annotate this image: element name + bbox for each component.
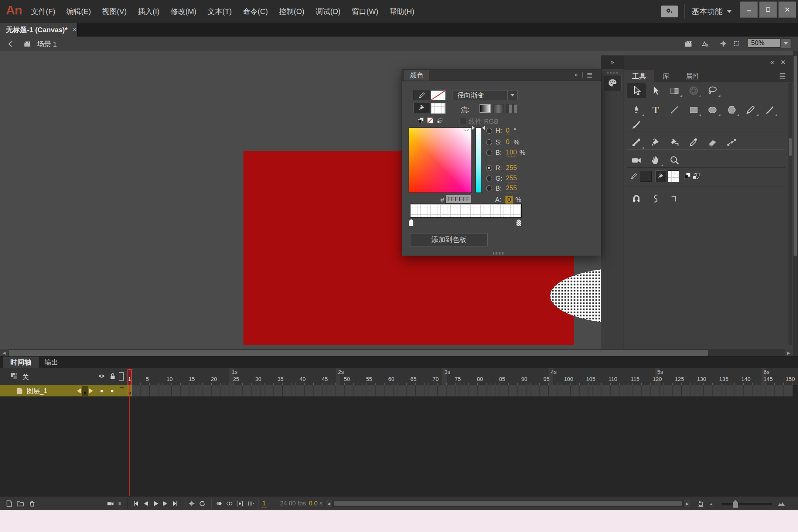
panel-menu-icon[interactable] [778, 72, 787, 79]
color-panel-tab[interactable]: 颜色 [404, 70, 429, 81]
panel-close-icon[interactable]: ✕ [780, 58, 786, 66]
layer-row[interactable]: 图层_1 [0, 385, 798, 396]
center-frame-icon[interactable] [719, 39, 728, 48]
tab-时间轴[interactable]: 时间轴 [3, 357, 39, 368]
frame-size-slider-thumb[interactable] [733, 500, 738, 508]
line-tool[interactable] [665, 102, 684, 117]
panel-collapse-icon[interactable]: » [574, 71, 578, 78]
zoom-level-select[interactable]: 50% [748, 38, 780, 48]
stroke-color-swatch[interactable] [640, 171, 652, 182]
delete-layer-icon[interactable] [28, 499, 36, 508]
loop-icon[interactable] [198, 499, 206, 508]
bone-tool[interactable] [627, 134, 646, 150]
layer-depth-icon[interactable] [117, 499, 123, 508]
modify-markers-icon[interactable] [245, 499, 256, 508]
center-playhead-icon[interactable] [188, 499, 196, 508]
linear-rgb-checkbox[interactable] [460, 118, 466, 124]
step-back-icon[interactable] [141, 499, 150, 508]
camera-icon[interactable] [106, 499, 115, 508]
value-input[interactable]: 100 [506, 149, 517, 157]
layer-lock-dot[interactable] [111, 390, 113, 392]
timeline-scroll-left-icon[interactable]: ◀ [326, 500, 332, 507]
document-tab[interactable]: 无标题-1 (Canvas)* × [0, 23, 78, 37]
default-colors-icon[interactable] [417, 117, 425, 124]
panel-collapse-icon[interactable]: « [770, 58, 774, 66]
hue-slider[interactable] [475, 127, 482, 193]
timeline-empty-area[interactable] [0, 396, 798, 496]
slider-arrow-left-icon[interactable] [472, 126, 475, 130]
zoom-tool[interactable] [665, 152, 684, 168]
camera-tool[interactable] [627, 152, 646, 168]
menu-item-8[interactable]: 控制(O) [279, 7, 304, 17]
parenting-view-icon[interactable] [10, 372, 18, 381]
menu-item-11[interactable]: 帮助(H) [389, 7, 415, 17]
menu-item-1[interactable]: 文件(F) [31, 7, 55, 17]
swap-colors-icon[interactable] [436, 117, 444, 124]
dock-collapse-arrows[interactable]: » [601, 55, 624, 69]
default-colors-icon[interactable] [683, 172, 692, 180]
no-color-icon[interactable] [426, 117, 434, 124]
radio-icon[interactable] [486, 185, 492, 191]
alpha-input[interactable]: 0 [505, 196, 513, 204]
snap-magnet-tool[interactable] [627, 191, 646, 206]
layer-frames[interactable] [127, 385, 793, 397]
slider-arrow-right-icon[interactable] [482, 126, 485, 130]
zoom-out-frames-icon[interactable] [709, 499, 715, 508]
frame-size-slider[interactable] [721, 503, 772, 505]
rectangle-tool[interactable] [684, 102, 703, 117]
workspace-dropdown[interactable]: 基本功能 [692, 6, 732, 17]
menu-item-3[interactable]: 视图(V) [102, 7, 127, 17]
layer-visibility-dot[interactable] [100, 390, 103, 392]
swap-colors-icon[interactable] [692, 172, 700, 180]
eraser-tool[interactable] [703, 134, 722, 150]
rotation-3d-tool[interactable] [684, 83, 703, 98]
pencil-tool[interactable] [741, 102, 760, 117]
color-picker-selector[interactable] [464, 126, 469, 131]
menu-item-6[interactable]: 文本(T) [208, 7, 232, 17]
show-hide-eye-icon[interactable] [97, 372, 106, 380]
prev-keyframe-icon[interactable] [77, 388, 81, 393]
current-frame-field[interactable]: 1 [261, 500, 267, 508]
eyedropper-tool[interactable] [684, 134, 703, 150]
menu-item-5[interactable]: 修改(M) [171, 7, 197, 17]
stroke-color-swatch[interactable] [431, 91, 446, 100]
close-button[interactable] [778, 1, 796, 18]
elapsed-time-field[interactable]: 0.0 s [309, 500, 323, 507]
add-to-swatches-button[interactable]: 添加到色板 [410, 233, 488, 246]
step-forward-icon[interactable] [161, 499, 170, 508]
next-keyframe-icon[interactable] [89, 388, 93, 393]
color-panel-titlebar[interactable]: 颜色 » [402, 69, 601, 81]
edit-multiple-frames-icon[interactable] [236, 499, 244, 508]
outline-view-icon[interactable] [119, 372, 124, 381]
go-last-frame-icon[interactable] [171, 499, 180, 508]
horizontal-scrollbar[interactable]: ◀ ▶ [0, 349, 793, 357]
frame-rate-field[interactable]: 24.00 fps [280, 500, 306, 507]
value-input[interactable]: 0 [506, 127, 511, 135]
radio-icon[interactable] [486, 175, 492, 181]
onion-skin-icon[interactable] [215, 499, 223, 508]
edit-scene-icon[interactable] [683, 39, 693, 49]
timeline-scroll-right-icon[interactable]: ▶ [684, 500, 690, 507]
vertical-scrollbar-thumb[interactable] [794, 56, 797, 256]
menu-item-7[interactable]: 命令(C) [243, 7, 268, 17]
ink-bottle-tool[interactable] [665, 134, 684, 150]
stroke-pencil-icon[interactable] [630, 172, 638, 180]
scroll-right-icon[interactable]: ▶ [785, 349, 793, 357]
zoom-level-caret[interactable] [781, 38, 791, 48]
straighten-tool[interactable] [665, 191, 684, 206]
tab-属性[interactable]: 属性 [678, 70, 708, 82]
vertical-scrollbar[interactable] [793, 51, 798, 356]
value-input[interactable]: 255 [506, 174, 517, 183]
radio-icon[interactable] [486, 150, 492, 156]
playhead-line[interactable] [129, 385, 130, 496]
value-input[interactable]: 255 [506, 184, 517, 192]
pen-tool[interactable] [627, 102, 646, 117]
fill-color-swatch[interactable] [668, 170, 679, 182]
color-picker-field[interactable] [409, 127, 472, 193]
radio-icon[interactable] [486, 165, 492, 171]
radio-icon[interactable] [486, 128, 492, 134]
back-arrow-icon[interactable] [7, 40, 15, 48]
parenting-view-state[interactable]: 关 [22, 372, 29, 382]
radio-icon[interactable] [486, 139, 492, 145]
horizontal-scrollbar-thumb[interactable] [9, 350, 708, 356]
